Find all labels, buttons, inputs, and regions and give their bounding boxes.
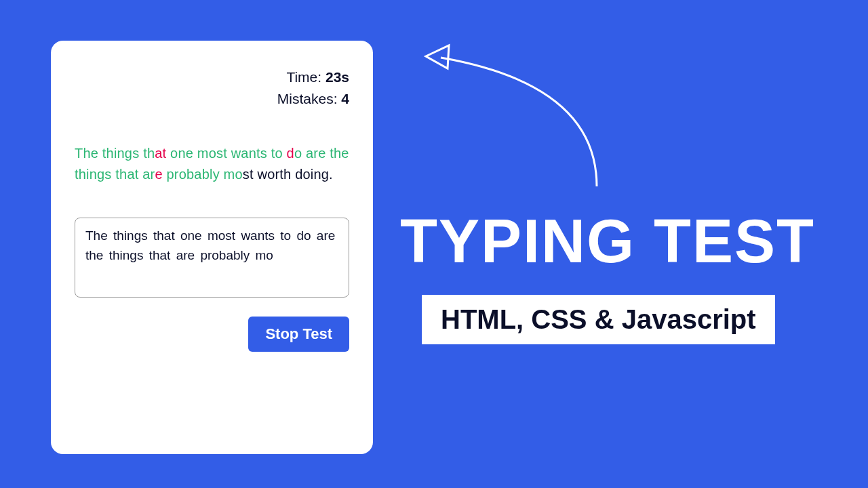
- button-row: Stop Test: [75, 317, 349, 352]
- mistakes-label: Mistakes:: [277, 91, 342, 106]
- quote-remaining: st worth doing.: [243, 167, 333, 182]
- quote-correct-2: one most wants to: [166, 146, 286, 161]
- quote-wrong-2: d: [287, 146, 294, 161]
- time-label: Time:: [286, 69, 326, 85]
- stop-test-button[interactable]: Stop Test: [248, 317, 349, 352]
- quote-wrong-3: e: [155, 167, 162, 182]
- time-value: 23s: [326, 69, 349, 85]
- hero-subtitle: HTML, CSS & Javascript: [422, 295, 775, 344]
- quote-correct-1: The things th: [75, 146, 155, 161]
- typing-test-card: Time: 23s Mistakes: 4 The things that on…: [51, 41, 373, 454]
- mistakes-stat: Mistakes: 4: [75, 88, 349, 110]
- arrow-icon: [414, 37, 610, 193]
- typing-input[interactable]: The things that one most wants to do are…: [75, 218, 349, 298]
- hero-title: TYPING TEST: [400, 207, 815, 277]
- mistakes-value: 4: [341, 91, 349, 106]
- quote-correct-4: probably mo: [163, 167, 243, 182]
- typing-input-value: The things that one most wants to do are…: [85, 228, 335, 262]
- quote-text: The things that one most wants to do are…: [75, 143, 349, 185]
- stats-block: Time: 23s Mistakes: 4: [75, 66, 349, 109]
- time-stat: Time: 23s: [75, 66, 349, 88]
- quote-wrong-1: at: [155, 146, 166, 161]
